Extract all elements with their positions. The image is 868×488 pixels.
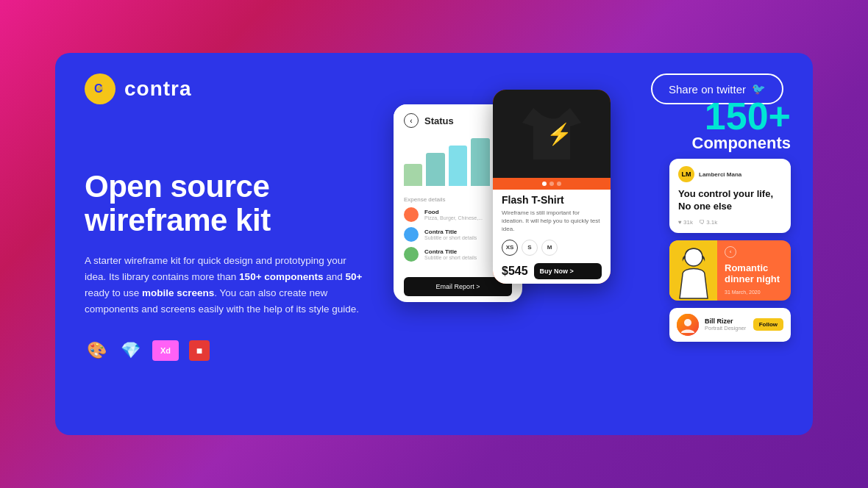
product-name: Flash T-Shirt: [502, 194, 602, 206]
description: A starter wireframe kit for quick design…: [85, 253, 364, 318]
price-row: $545 Buy Now >: [502, 263, 602, 279]
profile-avatar: [677, 314, 699, 336]
phone-title-status: Status: [424, 115, 454, 126]
follow-button[interactable]: Follow: [753, 318, 783, 331]
profile-name: Bill Rizer: [705, 317, 747, 325]
social-stats: ♥ 31k 🗨 3.1k: [678, 219, 782, 226]
right-section: ‹ Status Expense details: [379, 112, 783, 413]
bar-4: [471, 138, 489, 186]
expense-dot-2: [404, 227, 419, 242]
count-number: 150+: [669, 97, 791, 135]
dinner-image: [669, 240, 717, 301]
expense-dot-3: [404, 247, 419, 262]
svg-text:⚡: ⚡: [547, 122, 572, 146]
social-username: Lamberci Mana: [699, 171, 741, 178]
right-cards: 150+ Components LM Lamberci Mana You con…: [669, 97, 791, 342]
dinner-back-button[interactable]: ‹: [725, 246, 736, 258]
product-info: Flash T-Shirt Wireframe is still importa…: [493, 190, 611, 284]
left-section: Open source wireframe kit A starter wire…: [85, 112, 364, 413]
red-icon: ■: [189, 340, 210, 361]
expense-dot-food: [404, 207, 419, 222]
likes-count: ♥ 31k: [678, 219, 693, 226]
twitter-icon: 🐦: [752, 82, 766, 96]
size-s[interactable]: S: [522, 240, 538, 256]
logo-icon: C: [85, 73, 115, 104]
logo-text: contra: [124, 77, 192, 101]
sketch-icon: 💎: [118, 339, 142, 362]
size-m[interactable]: M: [541, 240, 558, 256]
headline: Open source wireframe kit: [85, 170, 364, 237]
tool-icons: 🎨 💎 Xd ■: [85, 339, 364, 362]
count-label: Components: [669, 135, 791, 151]
social-avatar: LM: [678, 166, 694, 182]
svg-point-7: [684, 319, 691, 326]
dinner-girl-svg: [669, 241, 717, 300]
bar-2: [426, 153, 444, 186]
product-price: $545: [502, 265, 528, 278]
dot-3: [557, 182, 561, 186]
profile-card: Bill Rizer Portrait Designer Follow: [669, 308, 791, 342]
social-card: LM Lamberci Mana You control your life, …: [669, 159, 791, 233]
dinner-date: 31 March, 2020: [725, 290, 783, 295]
dinner-info: ‹ Romantic dinner night 31 March, 2020: [717, 240, 791, 301]
dinner-card: ‹ Romantic dinner night 31 March, 2020: [669, 240, 791, 301]
count-badge: 150+ Components: [669, 97, 791, 151]
body-area: Open source wireframe kit A starter wire…: [55, 112, 813, 435]
profile-info: Bill Rizer Portrait Designer: [705, 317, 747, 331]
comments-count: 🗨 3.1k: [699, 219, 717, 226]
email-report-button[interactable]: Email Report >: [404, 277, 512, 296]
share-button-label: Share on twitter: [669, 83, 746, 96]
size-options: XS S M: [502, 240, 602, 256]
dot-1: [542, 182, 547, 186]
product-dots: [493, 178, 611, 190]
tshirt-svg: ⚡: [519, 97, 585, 171]
product-desc: Wireframe is still important for ideatio…: [502, 209, 602, 234]
profile-avatar-svg: [677, 314, 699, 336]
bar-1: [404, 164, 422, 186]
phone-mockup-product: ⚡ Flash T-Shirt Wireframe is still impor…: [493, 90, 611, 284]
social-user: LM Lamberci Mana: [678, 166, 782, 182]
figma-icon: 🎨: [85, 339, 108, 362]
svg-point-5: [685, 248, 702, 266]
xd-icon: Xd: [152, 340, 179, 361]
dinner-title: Romantic dinner night: [725, 262, 783, 285]
bar-3: [449, 146, 467, 186]
logo-area: C contra: [85, 73, 192, 104]
profile-role: Portrait Designer: [705, 325, 747, 331]
size-xs[interactable]: XS: [502, 240, 518, 256]
product-image-area: ⚡: [493, 90, 611, 178]
main-card: C contra Share on twitter 🐦 Open source …: [55, 53, 813, 435]
buy-button[interactable]: Buy Now >: [534, 263, 602, 279]
social-text: You control your life, No one else: [678, 188, 782, 213]
svg-point-2: [97, 86, 103, 92]
back-button-status[interactable]: ‹: [404, 113, 419, 128]
dot-2: [549, 182, 554, 186]
